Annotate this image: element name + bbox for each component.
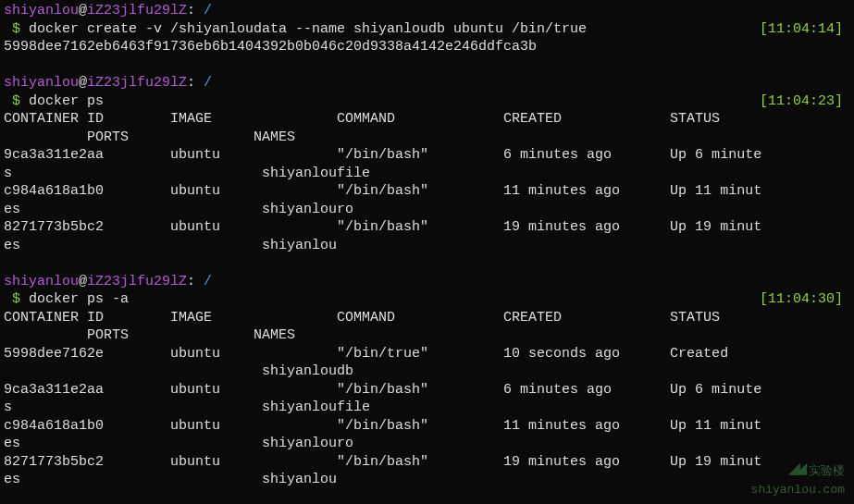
- output-line: c984a618a1b0 ubuntu "/bin/bash" 11 minut…: [4, 182, 850, 201]
- watermark-url: shiyanlou.com: [751, 483, 845, 497]
- command-text: docker ps: [29, 93, 104, 109]
- prompt-colon: :: [187, 75, 195, 91]
- watermark-logo-icon: ◢◢: [788, 458, 802, 481]
- prompt-host: iZ23jlfu29lZ: [87, 3, 187, 18]
- timestamp: [11:04:23]: [760, 92, 843, 111]
- prompt-host: iZ23jlfu29lZ: [87, 274, 187, 289]
- output-line: 5998dee7162eb6463f91736eb6b1404392b0b046…: [4, 38, 850, 56]
- prompt-line: shiyanlou@iZ23jlfu29lZ: /: [4, 2, 850, 20]
- prompt-path: /: [195, 75, 212, 91]
- output-line: 8271773b5bc2 ubuntu "/bin/bash" 19 minut…: [4, 218, 850, 237]
- prompt-line: shiyanlou@iZ23jlfu29lZ: /: [4, 74, 850, 92]
- watermark-text: 实验楼: [809, 464, 845, 478]
- output-line: 9ca3a311e2aa ubuntu "/bin/bash" 6 minute…: [4, 381, 850, 400]
- output-line: es shiyanlou: [4, 471, 850, 489]
- output-line: es shiyanlouro: [4, 201, 850, 219]
- output-line: CONTAINER ID IMAGE COMMAND CREATED STATU…: [4, 309, 850, 327]
- command-text: docker create -v /shiyanloudata --name s…: [29, 21, 587, 37]
- prompt-line: shiyanlou@iZ23jlfu29lZ: /: [4, 273, 850, 291]
- prompt-path: /: [195, 274, 212, 289]
- terminal[interactable]: shiyanlou@iZ23jlfu29lZ: / $ docker creat…: [0, 0, 854, 491]
- command-text: docker ps -a: [29, 291, 129, 307]
- watermark: ◢◢ 实验楼 shiyanlou.com: [751, 457, 845, 498]
- output-line: 8271773b5bc2 ubuntu "/bin/bash" 19 minut…: [4, 453, 850, 472]
- prompt-colon: :: [187, 274, 195, 289]
- prompt-colon: :: [187, 3, 195, 18]
- output-line: c984a618a1b0 ubuntu "/bin/bash" 11 minut…: [4, 417, 850, 436]
- prompt-host: iZ23jlfu29lZ: [87, 75, 187, 91]
- prompt-path: /: [195, 3, 212, 18]
- prompt-at: @: [79, 274, 87, 289]
- blank-line: [4, 56, 850, 75]
- output-line: 5998dee7162e ubuntu "/bin/true" 10 secon…: [4, 345, 850, 363]
- output-line: es shiyanlouro: [4, 435, 850, 453]
- prompt-symbol: $: [4, 291, 29, 307]
- blank-line: [4, 254, 850, 273]
- output-line: es shiyanlou: [4, 237, 850, 255]
- prompt-at: @: [79, 3, 87, 18]
- output-line: PORTS NAMES: [4, 129, 850, 147]
- output-line: PORTS NAMES: [4, 326, 850, 345]
- output-line: 9ca3a311e2aa ubuntu "/bin/bash" 6 minute…: [4, 146, 850, 165]
- prompt-user: shiyanlou: [4, 3, 79, 18]
- prompt-user: shiyanlou: [4, 75, 79, 91]
- command-line[interactable]: $ docker ps -a[11:04:30]: [4, 290, 850, 309]
- prompt-symbol: $: [4, 93, 29, 109]
- output-line: shiyanloudb: [4, 363, 850, 381]
- timestamp: [11:04:30]: [760, 290, 843, 309]
- output-line: s shiyanloufile: [4, 399, 850, 417]
- prompt-at: @: [79, 75, 87, 91]
- command-line[interactable]: $ docker create -v /shiyanloudata --name…: [4, 20, 850, 39]
- timestamp: [11:04:14]: [760, 20, 843, 39]
- prompt-user: shiyanlou: [4, 274, 79, 289]
- command-line[interactable]: $ docker ps[11:04:23]: [4, 92, 850, 111]
- output-line: CONTAINER ID IMAGE COMMAND CREATED STATU…: [4, 110, 850, 129]
- prompt-symbol: $: [4, 21, 29, 37]
- output-line: s shiyanloufile: [4, 165, 850, 183]
